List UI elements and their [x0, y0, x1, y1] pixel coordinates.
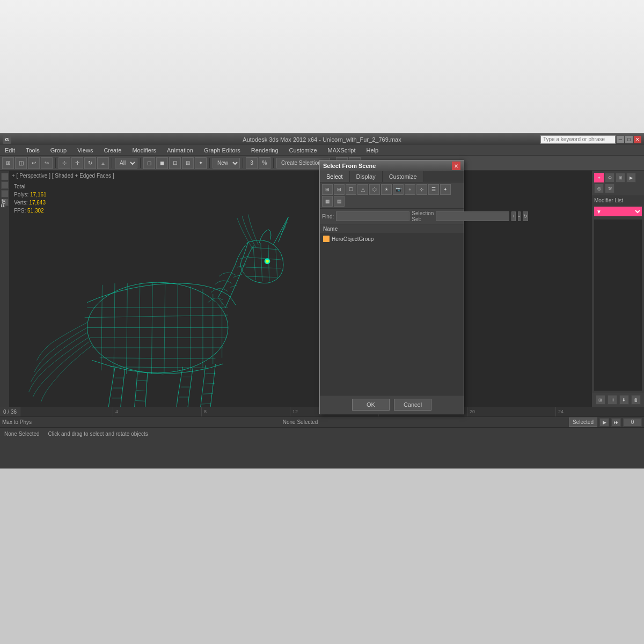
toolbar-filter-dropdown[interactable]: All [115, 158, 137, 169]
dialog-tool-display-2[interactable]: ▤ [334, 196, 345, 207]
dialog-tool-filter-warp[interactable]: ⊹ [416, 184, 427, 195]
dialog-selection-set-label: Selection Set: [412, 210, 434, 222]
toolbar-btn-4[interactable]: ↪ [41, 157, 53, 169]
toolbar-scale[interactable]: ⟁ [97, 157, 109, 169]
dialog-selection-set-btn-3[interactable]: ↻ [523, 211, 528, 221]
dialog-tool-filter-bones[interactable]: ☰ [428, 184, 439, 195]
menu-views[interactable]: Views [75, 146, 95, 155]
dialog-tool-filter-light[interactable]: ☀ [381, 184, 392, 195]
toolbar-btn-3[interactable]: ↩ [28, 157, 40, 169]
left-panel-btn-1[interactable] [1, 173, 9, 180]
dialog-tool-display-1[interactable]: ▦ [322, 196, 333, 207]
dialog-search-row: Find: Selection Set: + - ↻ [320, 209, 464, 224]
toolbar-select[interactable]: ⊹ [58, 157, 70, 169]
menu-create[interactable]: Create [101, 146, 123, 155]
maximize-button[interactable]: □ [625, 136, 633, 143]
toolbar-btn-6[interactable]: ◼ [156, 157, 168, 169]
dialog-tool-filter-all[interactable]: ✦ [440, 184, 451, 195]
right-bottom-btn-1[interactable]: ⊞ [596, 395, 605, 405]
anim-play-btn[interactable]: ▶ [599, 418, 609, 427]
dialog-tool-select-all[interactable]: ⊞ [322, 184, 333, 195]
status-help: Click and drag to select and rotate obje… [48, 431, 148, 437]
dialog-tool-filter-geo[interactable]: △ [357, 184, 368, 195]
stat-polys: Polys: 17,161 [14, 191, 47, 199]
stat-total: Total [14, 182, 47, 191]
dialog-selection-set-btn-2[interactable]: - [518, 211, 521, 221]
stat-verts: Verts: 17,643 [14, 199, 47, 207]
right-tab-utilities[interactable]: ⚒ [605, 184, 614, 193]
menu-group[interactable]: Group [48, 146, 69, 155]
top-area [0, 0, 644, 133]
dialog-selection-set-btn-1[interactable]: + [511, 211, 515, 221]
svg-line-41 [136, 391, 147, 391]
toolbar-btn-7[interactable]: ⊡ [169, 157, 181, 169]
svg-line-21 [233, 274, 242, 277]
menu-rendering[interactable]: Rendering [249, 146, 281, 155]
right-panel: ✦ ⚙ ⊞ ▶ ◎ ⚒ Modifier List ▼ ⊞ ⏸ ⬇ 🗑 [591, 171, 644, 407]
dialog-title-bar[interactable]: Select From Scene ✕ [320, 160, 464, 171]
svg-line-19 [218, 297, 225, 308]
svg-line-32 [281, 226, 286, 235]
select-from-scene-dialog[interactable]: Select From Scene ✕ Select Display Custo… [319, 160, 464, 414]
main-viewport[interactable]: + [ Perspective ] [ Shaded + Edged Faces… [10, 171, 591, 407]
anim-frame-input[interactable] [623, 418, 642, 427]
search-input[interactable] [540, 135, 616, 144]
toolbar-btn-5[interactable]: ◻ [143, 157, 155, 169]
list-item-hero-object-group[interactable]: HeroObjectGroup [320, 234, 464, 244]
bottom-area [0, 469, 644, 644]
toolbar-btn-1[interactable]: ⊞ [2, 157, 14, 169]
right-tab-display[interactable]: ◎ [594, 184, 604, 193]
title-bar-left: G [3, 135, 11, 144]
left-panel-btn-3[interactable] [1, 190, 9, 197]
dialog-ok-btn[interactable]: OK [352, 399, 390, 411]
right-bottom-btn-2[interactable]: ⏸ [608, 395, 617, 405]
menu-graph-editors[interactable]: Graph Editors [202, 146, 243, 155]
toolbar-sep-5 [243, 158, 243, 168]
toolbar-view-dropdown[interactable]: New [213, 158, 240, 169]
modifier-list-label: Modifier List [592, 195, 644, 206]
toolbar-btn-2[interactable]: ◫ [15, 157, 27, 169]
dialog-find-input[interactable] [336, 211, 409, 221]
dialog-tool-invert[interactable]: ⊟ [334, 184, 345, 195]
dialog-tool-filter-shape[interactable]: ⬡ [369, 184, 380, 195]
toolbar-btn-10[interactable]: 3 [246, 157, 258, 169]
right-tab-create[interactable]: ✦ [594, 173, 604, 182]
dialog-tool-filter-cam[interactable]: 📷 [393, 184, 404, 195]
left-panel-btn-2[interactable] [1, 181, 9, 189]
dialog-tab-display[interactable]: Display [350, 171, 383, 182]
right-tab-modify[interactable]: ⚙ [605, 173, 614, 182]
toolbar-btn-8[interactable]: ⊞ [182, 157, 194, 169]
right-tab-hierarchy[interactable]: ⊞ [616, 173, 625, 182]
stat-fps-label: FPS: [14, 208, 26, 214]
timeline-tick-4: 4 [113, 407, 201, 416]
menu-maxscript[interactable]: MAXScript [326, 146, 358, 155]
close-button[interactable]: ✕ [634, 136, 641, 143]
svg-line-25 [248, 257, 281, 260]
toolbar-rotate[interactable]: ↻ [84, 157, 96, 169]
minimize-button[interactable]: ─ [617, 136, 624, 143]
dialog-close-btn[interactable]: ✕ [452, 162, 460, 170]
right-bottom-btn-3[interactable]: ⬇ [619, 395, 629, 405]
toolbar-move[interactable]: ✛ [71, 157, 83, 169]
dialog-tab-select[interactable]: Select [320, 171, 350, 182]
toolbar-btn-11[interactable]: % [259, 157, 270, 169]
menu-tools[interactable]: Tools [24, 146, 42, 155]
dialog-selection-set-input[interactable] [436, 211, 509, 221]
modifier-list-dropdown[interactable]: ▼ [594, 207, 642, 216]
dialog-cancel-btn[interactable]: Cancel [394, 399, 431, 411]
right-tab-motion[interactable]: ▶ [626, 173, 636, 182]
menu-animation[interactable]: Animation [165, 146, 195, 155]
menu-edit[interactable]: Edit [3, 146, 17, 155]
dialog-tab-customize[interactable]: Customize [383, 171, 424, 182]
right-bottom-btn-4[interactable]: 🗑 [631, 395, 641, 405]
anim-next-btn[interactable]: ⏭ [611, 418, 621, 427]
menu-help[interactable]: Help [364, 146, 381, 155]
dialog-tool-none[interactable]: ☐ [346, 184, 356, 195]
dialog-list: HeroObjectGroup [320, 234, 464, 395]
title-bar: G Autodesk 3ds Max 2012 x64 - Unicorn_wi… [0, 133, 644, 145]
menu-customize[interactable]: Customize [287, 146, 319, 155]
menu-modifiers[interactable]: Modifiers [130, 146, 158, 155]
app-logo: G [3, 135, 11, 144]
dialog-tool-filter-helper[interactable]: + [405, 184, 415, 195]
toolbar-btn-9[interactable]: ✦ [195, 157, 207, 169]
